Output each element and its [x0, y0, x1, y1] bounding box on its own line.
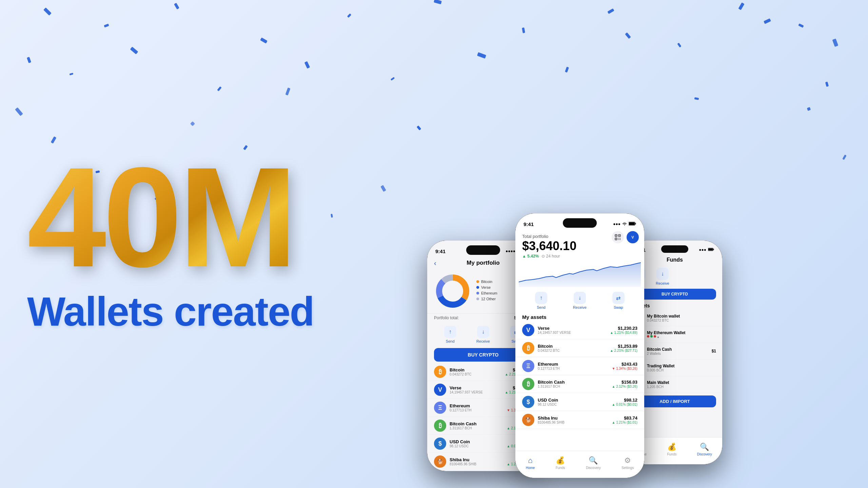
far-right-battery-icon: [708, 247, 714, 252]
svg-rect-20: [620, 239, 620, 240]
receive-button-far-right[interactable]: ↓ Receive: [656, 268, 669, 285]
shib-icon-right: 🐕: [522, 414, 534, 426]
dynamic-island-right: [563, 218, 597, 228]
legend-dot-bitcoin: [476, 280, 479, 283]
swap-button-right[interactable]: ⇄ Swap: [612, 292, 625, 309]
nav-discovery-right[interactable]: 🔍 Discovery: [586, 456, 601, 470]
hero-big-number: 40M: [27, 153, 314, 281]
right-asset-list: V Verse 14,19457.937 VERSE $1,230.23 ▲ 1…: [515, 321, 644, 429]
legend-name-ethereum: Ethereum: [481, 291, 518, 295]
phones-showcase: 9:41 ●●●● ‹ My portfolio: [326, 14, 868, 488]
verse-name-right: Verse: [538, 326, 607, 331]
usdc-info-right: USD Coin 98.12 USDC: [538, 398, 609, 406]
bitcoin-info-center: Bitcoin 0.043272 BTC: [450, 367, 501, 376]
dynamic-island-center: [466, 245, 500, 255]
btc-price-right: $1,253.89: [610, 344, 637, 349]
trading-wallet-name: Trading Wallet: [647, 364, 675, 368]
send-icon-right: ↑: [535, 292, 547, 304]
swap-label-right: Swap: [614, 305, 623, 309]
asset-item-bch-right[interactable]: ₿ Bitcoin Cash 1.311617 BCH $156.03 ▲ 2.…: [515, 375, 644, 393]
nav-discovery-far-right[interactable]: 🔍 Discovery: [697, 443, 712, 456]
asset-item-btc-right[interactable]: ₿ Bitcoin 0.043272 BTC $1,253.89 ▲ 2.21%…: [515, 339, 644, 357]
nav-funds-right[interactable]: 💰 Funds: [556, 456, 565, 470]
bch-info-center: Bitcoin Cash 1.311617 BCH: [450, 421, 504, 430]
verse-change-right: ▲ 1.21% ($14.89): [610, 331, 637, 334]
right-time: 9:41: [524, 221, 534, 227]
add-import-button[interactable]: ADD / IMPORT: [633, 395, 716, 407]
verse-info-center: Verse 14,19457.937 VERSE: [450, 385, 501, 394]
verse-amount-center: 14,19457.937 VERSE: [450, 390, 501, 394]
shib-price-right: $83.74: [612, 415, 638, 421]
funds-icon-far-right: 💰: [667, 443, 676, 451]
receive-button-center[interactable]: ↓ Receive: [476, 326, 490, 343]
nav-settings-right[interactable]: ⚙ Settings: [622, 456, 634, 470]
send-label-center: Send: [446, 339, 455, 343]
funds-icon-right: 💰: [556, 456, 565, 465]
eth-amount-center: 0.127713 ETH: [450, 408, 504, 412]
asset-item-shib-right[interactable]: 🐕 Shiba Inu 8106485.96 SHIB $83.74 ▲ 1.2…: [515, 411, 644, 429]
donut-chart: [434, 272, 471, 310]
confetti-piece: [434, 0, 442, 4]
nav-discovery-label-far-right: Discovery: [697, 452, 712, 456]
center-time: 9:41: [435, 248, 446, 254]
svg-rect-15: [619, 235, 620, 236]
asset-item-usdc-right[interactable]: $ USD Coin 98.12 USDC $98.12 ▲ 0.01% ($0…: [515, 393, 644, 411]
eth-wallet-info: My Ethereum Wallet ●: [647, 330, 686, 339]
btc-wallet-name: My Bitcoin wallet: [647, 314, 680, 319]
bch-wallet-value: $1: [712, 349, 716, 353]
bitcoin-amount-center: 0.043272 BTC: [450, 372, 501, 376]
confetti-piece: [607, 8, 614, 14]
hero-section: 40M Wallets created: [27, 153, 314, 335]
far-right-status-icons: ●●●: [699, 247, 714, 252]
confetti-piece: [304, 61, 310, 69]
bch-wallet-info: Bitcoin Cash 2 Wallets: [647, 347, 672, 355]
svg-text:V: V: [631, 235, 634, 239]
right-bottom-nav: ⌂ Home 💰 Funds 🔍 Discovery ⚙ Settings: [515, 451, 644, 478]
home-icon-right: ⌂: [528, 456, 532, 465]
verse-wallet-button[interactable]: V: [627, 231, 639, 243]
nav-funds-label-right: Funds: [556, 466, 565, 470]
legend-name-bitcoin: Bitcoin: [481, 280, 518, 284]
receive-icon-center: ↓: [477, 326, 489, 338]
receive-button-right[interactable]: ↓ Receive: [573, 292, 587, 309]
settings-icon-right: ⚙: [624, 456, 631, 465]
asset-item-eth-right[interactable]: Ξ Ethereum 0.127713 ETH $243.43 ▼ 1.34% …: [515, 357, 644, 375]
eth-info-right: Ethereum 0.127713 ETH: [538, 362, 609, 370]
right-action-row: ↑ Send ↓ Receive ⇄ Swap: [515, 288, 644, 313]
send-icon-center: ↑: [444, 326, 456, 338]
usdc-icon-right: $: [522, 396, 534, 408]
send-button-center[interactable]: ↑ Send: [444, 326, 456, 343]
bch-change-right: ▲ 2.12% ($3.26): [612, 385, 638, 388]
svg-rect-9: [629, 222, 635, 225]
send-button-right[interactable]: ↑ Send: [535, 292, 547, 309]
confetti-piece: [260, 38, 268, 44]
nav-home-right[interactable]: ⌂ Home: [526, 456, 535, 470]
eth-amount-right: 0.127713 ETH: [538, 367, 609, 370]
bch-icon-right: ₿: [522, 378, 534, 390]
bch-amount-center: 1.311617 BCH: [450, 426, 504, 430]
shib-change-right: ▲ 1.21% ($1.01): [612, 421, 638, 424]
portfolio-chart: [515, 260, 644, 287]
buy-crypto-button-far-right[interactable]: BUY CRYPTO: [633, 289, 716, 300]
asset-item-verse-right[interactable]: V Verse 14,19457.937 VERSE $1,230.23 ▲ 1…: [515, 321, 644, 339]
svg-rect-25: [713, 249, 714, 250]
portfolio-change-time: ⊙ 24 hour: [541, 254, 560, 259]
btc-wallet-info: My Bitcoin wallet 0.043272 BTC: [647, 314, 680, 322]
btc-icon-right: ₿: [522, 342, 534, 354]
usdc-change-right: ▲ 0.01% ($0.01): [612, 403, 638, 406]
verse-name-center: Verse: [450, 385, 501, 390]
nav-funds-far-right[interactable]: 💰 Funds: [667, 443, 676, 456]
right-battery-icon: [629, 222, 636, 227]
qr-scan-button[interactable]: [612, 231, 624, 243]
shib-values-right: $83.74 ▲ 1.21% ($1.01): [612, 415, 638, 424]
my-assets-label: My assets: [515, 313, 644, 321]
right-status-icons: ●●●: [613, 222, 636, 227]
shib-amount-center: 8106485.96 SHIB: [450, 462, 504, 466]
usdc-name-center: USD Coin: [450, 439, 504, 444]
main-wallet-name: Main Wallet: [647, 380, 669, 385]
verse-icon-right: V: [522, 324, 534, 336]
back-button[interactable]: ‹: [434, 259, 436, 267]
legend-name-verse: Verse: [481, 285, 518, 289]
nav-discovery-label-right: Discovery: [586, 466, 601, 470]
signal-icon: ●●●●: [506, 249, 515, 253]
